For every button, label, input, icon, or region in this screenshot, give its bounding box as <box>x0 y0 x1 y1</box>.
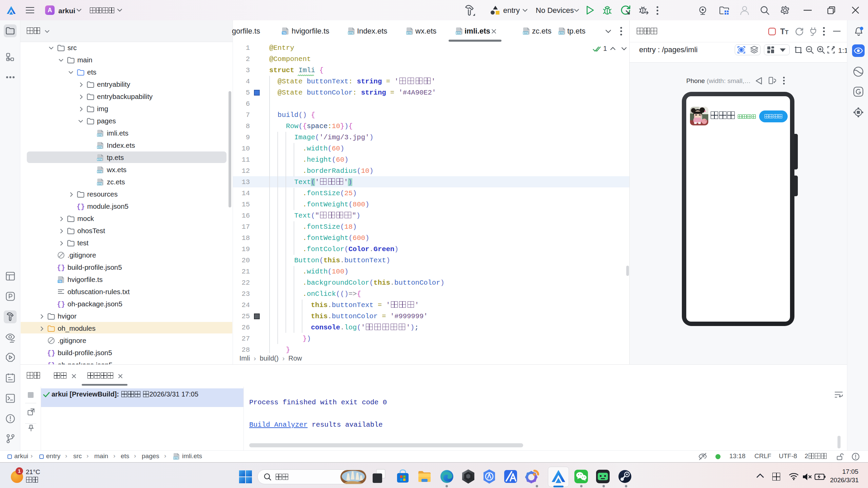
svg-text:ETS: ETS <box>97 182 102 185</box>
svg-text:ETS: ETS <box>174 457 178 460</box>
svg-text:{}: {} <box>77 203 84 210</box>
svg-text:ETS: ETS <box>559 32 564 35</box>
svg-text:{}: {} <box>57 264 65 271</box>
svg-text:TS: TS <box>282 32 286 35</box>
svg-text:{}: {} <box>47 349 55 357</box>
svg-text:ETS: ETS <box>407 32 412 35</box>
svg-text:ETS: ETS <box>97 146 102 149</box>
svg-text:ETS: ETS <box>97 170 102 173</box>
svg-text:{}: {} <box>57 301 65 308</box>
svg-text:ETS: ETS <box>97 158 102 161</box>
svg-text:ETS: ETS <box>456 32 461 35</box>
svg-text:ETS: ETS <box>523 32 528 35</box>
svg-text:ETS: ETS <box>348 32 353 35</box>
svg-text:ETS: ETS <box>97 134 102 137</box>
svg-text:TS: TS <box>58 280 62 283</box>
